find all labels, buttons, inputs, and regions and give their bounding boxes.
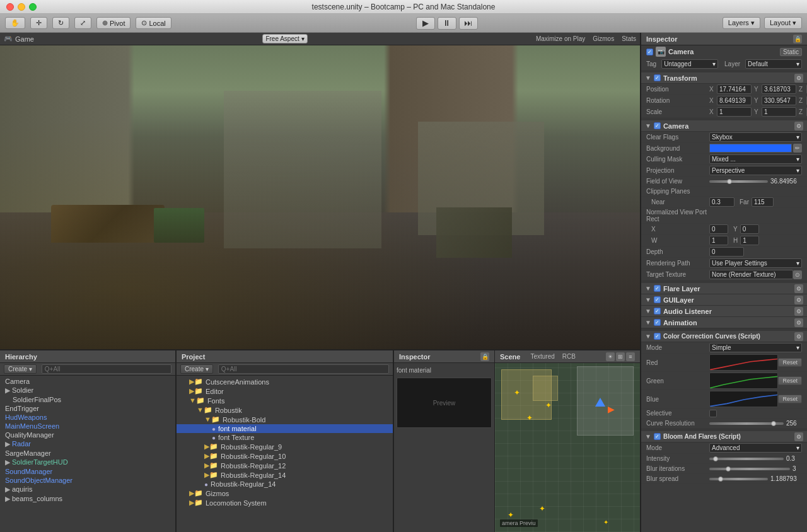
gizmos-btn[interactable]: Gizmos [593,35,614,42]
audio-gear-icon[interactable]: ⚙ [794,307,803,316]
pos-y-field[interactable]: 3.618703 [762,84,796,94]
hier-aquiris[interactable]: ▶aquiris [0,485,175,494]
rendering-dropdown[interactable]: Use Player Settings▾ [709,258,802,268]
scale-y-field[interactable]: 1 [762,107,796,117]
hier-main-menu[interactable]: MainMenuScreen [0,422,175,431]
audio-checkbox[interactable]: ✓ [654,308,661,315]
inspector-lock-icon[interactable]: 🔒 [793,35,802,43]
maximize-button[interactable] [29,3,37,11]
fov-slider[interactable] [709,180,768,183]
cc-mode-dropdown[interactable]: Simple▾ [709,343,802,352]
layer-dropdown[interactable]: Default▾ [745,59,802,69]
hierarchy-create-btn[interactable]: Create ▾ [4,364,37,374]
blur-spread-slider[interactable] [709,478,768,480]
layout-dropdown[interactable]: Layout ▾ [764,17,802,29]
step-button[interactable]: ⏭ [459,17,478,30]
camera-gear-icon[interactable]: ⚙ [794,122,803,130]
aspect-dropdown[interactable]: Free Aspect ▾ [262,34,307,43]
stats-btn[interactable]: Stats [622,35,636,42]
proj-robustik-9[interactable]: ▶📁Robustik-Regular_9 [177,442,393,451]
anim-checkbox[interactable]: ✓ [654,319,661,326]
bloom-mode-dropdown[interactable]: Advanced▾ [709,443,802,453]
hier-sound-mgr[interactable]: SoundManager [0,467,175,476]
camera-component-header[interactable]: ▼ ✓ Camera ⚙ [641,120,807,132]
project-search[interactable] [218,364,389,374]
proj-font-texture[interactable]: ●font Texture [177,433,393,442]
green-reset-btn[interactable]: Reset [778,376,802,385]
close-button[interactable] [6,3,14,11]
proj-robustik-10[interactable]: ▶📁Robustik-Regular_10 [177,451,393,461]
proj-cutscene[interactable]: ▶📁CutsceneAnimations [177,377,393,386]
proj-robustik-14b[interactable]: ●Robustik-Regular_14 [177,480,393,489]
color-correction-header[interactable]: ▼ ✓ Color Correction Curves (Script) ⚙ [641,331,807,342]
anim-gear-icon[interactable]: ⚙ [794,318,803,327]
hier-hud-weapons[interactable]: HudWeapons [0,413,175,422]
vp-y-field[interactable]: 0 [740,224,759,234]
proj-robustik-bold[interactable]: ▼📁Robustik-Bold [177,415,393,424]
pause-button[interactable]: ⏸ [438,17,456,30]
blur-spread-handle[interactable] [718,477,723,482]
proj-robustik[interactable]: ▼📁Robustik [177,405,393,415]
hier-quality-mgr[interactable]: QualityManager [0,431,175,439]
scene-toggle[interactable]: ⊞ [616,352,625,361]
hier-radar[interactable]: ▶Radar [0,439,175,449]
selective-checkbox[interactable] [709,410,717,417]
maximize-on-play-btn[interactable]: Maximize on Play [536,35,585,42]
proj-gizmos[interactable]: ▶📁Gizmos [177,489,393,498]
background-color[interactable] [709,144,792,153]
target-picker-icon[interactable]: ⊙ [793,270,802,279]
blue-curve-chart[interactable] [709,391,778,407]
proj-robustik-14a[interactable]: ▶📁Robustik-Regular_14 [177,470,393,480]
hier-camera[interactable]: Camera [0,377,175,386]
gui-layer-header[interactable]: ▼ ✓ GUILayer ⚙ [641,294,807,306]
transform-gear-icon[interactable]: ⚙ [794,74,803,83]
proj-fonts[interactable]: ▼📁Fonts [177,396,393,405]
flare-gear-icon[interactable]: ⚙ [794,284,803,293]
local-button[interactable]: ⊙ Local [136,17,171,29]
project-create-btn[interactable]: Create ▾ [180,364,213,374]
vp-x-field[interactable]: 0 [709,224,728,234]
proj-robustik-12[interactable]: ▶📁Robustik-Regular_12 [177,461,393,470]
bloom-header[interactable]: ▼ ✓ Bloom And Flares (Script) ⚙ [641,431,807,442]
audio-listener-header[interactable]: ▼ ✓ Audio Listener ⚙ [641,306,807,317]
curve-res-slider[interactable] [709,422,784,425]
sun-icon[interactable]: ☀ [606,352,615,361]
culling-mask-dropdown[interactable]: Mixed ...▾ [709,154,802,164]
rot-y-field[interactable]: 330.9547 [762,96,796,105]
hier-sarge-mgr[interactable]: SargeManager [0,449,175,458]
camera-enabled-checkbox[interactable]: ✓ [646,49,653,55]
scale-tool[interactable]: ⤢ [74,17,91,29]
proj-editor[interactable]: ▶📁Editor [177,386,393,396]
window-controls[interactable] [6,3,37,11]
red-reset-btn[interactable]: Reset [778,358,802,367]
bloom-checkbox[interactable]: ✓ [654,433,661,440]
curve-res-handle[interactable] [771,421,776,426]
hier-soldier-final-pos[interactable]: SoldierFinalPos [0,395,175,404]
animation-header[interactable]: ▼ ✓ Animation ⚙ [641,317,807,328]
vp-h-field[interactable]: 1 [740,236,759,245]
proj-font-material[interactable]: ●font material [177,424,393,433]
hier-soldier[interactable]: ▶Soldier [0,386,175,395]
move-tool[interactable]: ✛ [30,17,47,29]
scene-options[interactable]: ≡ [626,352,635,361]
depth-field[interactable]: 0 [709,247,744,257]
gui-checkbox[interactable]: ✓ [654,296,661,303]
tag-dropdown[interactable]: Untagged▾ [661,59,718,69]
gui-gear-icon[interactable]: ⚙ [794,296,803,304]
green-curve-chart[interactable] [709,373,778,389]
static-badge[interactable]: Static [780,48,802,56]
scale-x-field[interactable]: 1 [717,107,752,117]
hier-sound-obj[interactable]: SoundObjectManager [0,476,175,485]
red-curve-chart[interactable] [709,354,778,371]
projection-dropdown[interactable]: Perspective▾ [709,166,802,175]
pivot-button[interactable]: ⊕ Pivot [96,17,131,29]
far-field[interactable]: 115 [752,197,774,207]
blur-iter-slider[interactable] [709,468,790,470]
hierarchy-search[interactable] [42,364,171,374]
bloom-gear-icon[interactable]: ⚙ [794,432,803,441]
cc-checkbox[interactable]: ✓ [654,333,661,340]
rotate-tool[interactable]: ↻ [52,17,69,29]
play-button[interactable]: ▶ [416,17,435,30]
intensity-handle[interactable] [713,456,718,461]
transform-header[interactable]: ▼ ✓ Transform ⚙ [641,72,807,84]
